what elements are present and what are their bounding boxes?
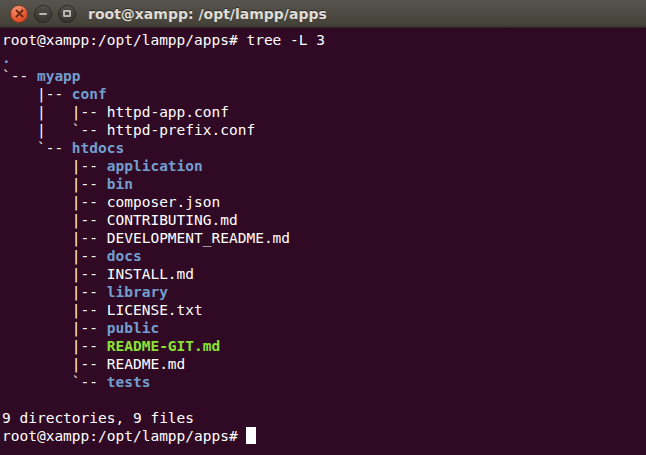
terminal-line: root@xampp:/opt/lampp/apps# — [2, 427, 646, 445]
terminal-line: |-- public — [2, 319, 646, 337]
terminal-text: |-- — [2, 86, 72, 102]
minimize-button[interactable] — [34, 5, 52, 23]
terminal-window: root@xampp: /opt/lampp/apps root@xampp:/… — [0, 0, 646, 455]
terminal-line: |-- conf — [2, 85, 646, 103]
terminal-text: |-- LICENSE.txt — [2, 302, 203, 318]
terminal-text: |-- CONTRIBUTING.md — [2, 212, 238, 228]
terminal-line: 9 directories, 9 files — [2, 409, 646, 427]
terminal-line: |-- INSTALL.md — [2, 265, 646, 283]
terminal-line: `-- tests — [2, 373, 646, 391]
terminal-text: public — [107, 320, 159, 336]
terminal-text: `-- — [2, 140, 72, 156]
minimize-icon — [39, 13, 47, 15]
terminal-text: tests — [107, 374, 151, 390]
terminal-line: . — [2, 49, 646, 67]
terminal-line: | `-- httpd-prefix.conf — [2, 121, 646, 139]
terminal-line: |-- CONTRIBUTING.md — [2, 211, 646, 229]
terminal-line: |-- DEVELOPMENT_README.md — [2, 229, 646, 247]
terminal-line: |-- library — [2, 283, 646, 301]
terminal-line: | |-- httpd-app.conf — [2, 103, 646, 121]
terminal-cursor — [246, 427, 256, 444]
terminal-text: root@xampp:/opt/lampp/apps# tree -L 3 — [2, 32, 325, 48]
terminal-text: myapp — [37, 68, 81, 84]
terminal-text: `-- — [2, 374, 107, 390]
terminal-line: |-- docs — [2, 247, 646, 265]
terminal-line: `-- htdocs — [2, 139, 646, 157]
terminal-text: root@xampp:/opt/lampp/apps# — [2, 428, 246, 444]
terminal-line: |-- README.md — [2, 355, 646, 373]
maximize-icon — [63, 10, 71, 17]
terminal-text: | `-- httpd-prefix.conf — [2, 122, 255, 138]
terminal-text: |-- — [2, 338, 107, 354]
terminal-line: |-- composer.json — [2, 193, 646, 211]
terminal-text: |-- — [2, 158, 107, 174]
terminal-text: library — [107, 284, 168, 300]
terminal-text: htdocs — [72, 140, 124, 156]
terminal-line — [2, 391, 646, 409]
terminal-text: docs — [107, 248, 142, 264]
terminal-line: `-- myapp — [2, 67, 646, 85]
maximize-button[interactable] — [58, 5, 76, 23]
terminal-text: |-- composer.json — [2, 194, 220, 210]
window-title: root@xampp: /opt/lampp/apps — [88, 6, 327, 22]
terminal-text: README-GIT.md — [107, 338, 221, 354]
terminal-text: | |-- httpd-app.conf — [2, 104, 229, 120]
terminal-output[interactable]: root@xampp:/opt/lampp/apps# tree -L 3.`-… — [0, 28, 646, 455]
terminal-text: `-- — [2, 68, 37, 84]
terminal-text: |-- README.md — [2, 356, 185, 372]
terminal-text: |-- — [2, 248, 107, 264]
terminal-text: |-- INSTALL.md — [2, 266, 194, 282]
terminal-text: conf — [72, 86, 107, 102]
close-button[interactable] — [10, 5, 28, 23]
terminal-text: |-- — [2, 320, 107, 336]
terminal-text: |-- DEVELOPMENT_README.md — [2, 230, 290, 246]
terminal-line: |-- bin — [2, 175, 646, 193]
terminal-text: bin — [107, 176, 133, 192]
terminal-text: . — [2, 50, 11, 66]
terminal-line: root@xampp:/opt/lampp/apps# tree -L 3 — [2, 31, 646, 49]
terminal-text: 9 directories, 9 files — [2, 410, 194, 426]
terminal-line: |-- LICENSE.txt — [2, 301, 646, 319]
terminal-text: |-- — [2, 284, 107, 300]
terminal-text: application — [107, 158, 203, 174]
terminal-text: |-- — [2, 176, 107, 192]
terminal-line: |-- application — [2, 157, 646, 175]
titlebar[interactable]: root@xampp: /opt/lampp/apps — [0, 0, 646, 28]
terminal-line: |-- README-GIT.md — [2, 337, 646, 355]
close-icon — [15, 9, 24, 18]
